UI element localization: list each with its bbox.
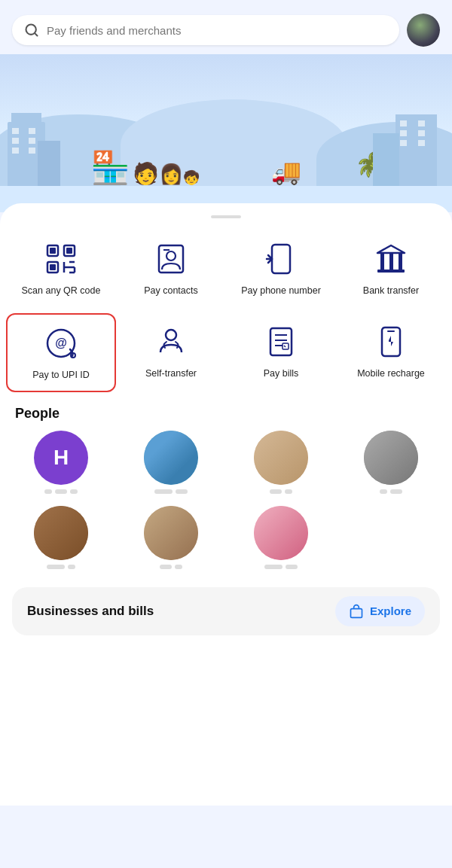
pay-bills-label: Pay bills <box>264 367 299 379</box>
svg-rect-16 <box>272 245 290 273</box>
person-name-7 <box>264 565 298 569</box>
person-name-2 <box>154 489 188 494</box>
drag-handle <box>211 215 241 218</box>
person-name-1 <box>44 489 78 494</box>
person-avatar-6 <box>144 506 198 560</box>
pay-phone-label: Pay phone number <box>241 285 321 297</box>
person-item-empty <box>342 506 440 569</box>
action-self-transfer[interactable]: Self-transfer <box>116 313 226 391</box>
svg-point-26 <box>166 330 176 340</box>
action-bank-transfer[interactable]: Bank transfer <box>336 230 446 306</box>
people-grid: H <box>0 431 452 581</box>
svg-rect-19 <box>380 253 384 270</box>
svg-rect-35 <box>350 608 362 617</box>
bag-icon <box>349 604 364 619</box>
svg-rect-22 <box>377 270 405 273</box>
svg-rect-21 <box>399 253 402 270</box>
person-avatar-2 <box>144 431 198 485</box>
people-section-title: People <box>0 400 452 431</box>
svg-line-32 <box>284 346 286 347</box>
svg-rect-5 <box>66 248 72 254</box>
svg-rect-27 <box>270 328 292 355</box>
bank-transfer-icon <box>371 239 411 279</box>
explore-label: Explore <box>370 605 411 617</box>
person-avatar-7 <box>254 506 308 560</box>
person-name-6 <box>160 565 182 569</box>
person-avatar-5 <box>34 506 88 560</box>
pay-upi-icon: @ <box>41 324 81 363</box>
bank-transfer-label: Bank transfer <box>363 285 419 297</box>
person-avatar-1: H <box>34 431 88 485</box>
businesses-row: Businesses and bills Explore <box>12 587 440 635</box>
header <box>0 0 452 54</box>
pay-upi-label: Pay to UPI ID <box>32 369 90 381</box>
businesses-title: Businesses and bills <box>27 604 154 619</box>
scan-qr-label: Scan any QR code <box>22 285 101 297</box>
self-transfer-icon <box>151 322 191 361</box>
svg-text:@: @ <box>55 337 67 349</box>
svg-rect-7 <box>50 264 56 270</box>
action-pay-bills[interactable]: Pay bills <box>226 313 336 391</box>
search-icon <box>24 23 39 38</box>
mobile-recharge-icon <box>371 322 411 361</box>
hero-banner: 🏪 🧑 👩 🧒 🚚 🌴 <box>0 54 452 212</box>
mobile-recharge-label: Mobile recharge <box>357 367 425 379</box>
svg-point-14 <box>166 251 176 260</box>
action-pay-upi[interactable]: @ Pay to UPI ID <box>6 313 116 391</box>
building-right2 <box>373 133 399 186</box>
action-pay-contacts[interactable]: Pay contacts <box>116 230 226 306</box>
person-item[interactable]: H <box>12 431 110 494</box>
building-right1 <box>396 114 437 186</box>
svg-line-1 <box>35 33 38 36</box>
avatar[interactable] <box>407 14 440 47</box>
self-transfer-label: Self-transfer <box>145 367 197 379</box>
explore-button[interactable]: Explore <box>335 596 425 626</box>
hero-figures: 🏪 🧑 👩 🧒 <box>90 149 200 186</box>
pay-phone-icon <box>261 239 301 279</box>
svg-rect-3 <box>50 248 56 254</box>
pay-contacts-icon <box>151 239 191 279</box>
pay-contacts-label: Pay contacts <box>144 285 198 297</box>
building-left2 <box>38 141 60 186</box>
vehicle-icon: 🚚 <box>271 157 301 186</box>
person-name-5 <box>47 565 75 569</box>
svg-rect-20 <box>389 253 393 270</box>
search-bar[interactable] <box>12 15 399 45</box>
person-avatar-4 <box>364 431 418 485</box>
person-name-4 <box>380 489 402 494</box>
action-scan-qr[interactable]: Scan any QR code <box>6 230 116 306</box>
person-item[interactable] <box>122 431 220 494</box>
person-item[interactable] <box>232 506 330 569</box>
person-item[interactable] <box>122 506 220 569</box>
pay-bills-icon <box>261 322 301 361</box>
actions-row2: @ Pay to UPI ID Self-transfer <box>0 313 452 391</box>
person-item[interactable] <box>12 506 110 569</box>
person-name-3 <box>270 489 292 494</box>
person-avatar-3 <box>254 431 308 485</box>
actions-row1: Scan any QR code Pay contacts <box>0 230 452 306</box>
action-mobile-recharge[interactable]: Mobile recharge <box>336 313 446 391</box>
person-item[interactable] <box>342 431 440 494</box>
action-pay-phone[interactable]: Pay phone number <box>226 230 336 306</box>
main-card: Scan any QR code Pay contacts <box>0 203 452 806</box>
search-input[interactable] <box>47 24 387 37</box>
person-item[interactable] <box>232 431 330 494</box>
svg-marker-18 <box>377 245 405 253</box>
scan-qr-icon <box>41 239 81 279</box>
